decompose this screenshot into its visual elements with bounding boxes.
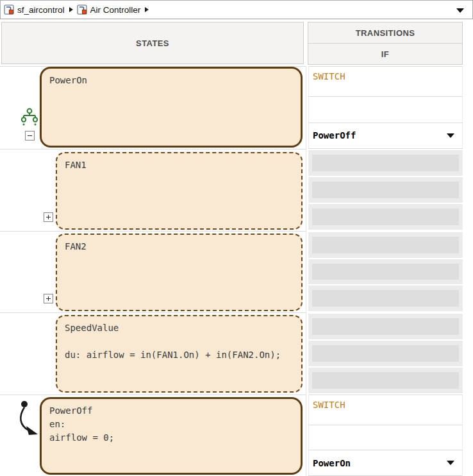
transitions-column-header: TRANSITIONS IF [308, 22, 463, 65]
state-actions: en: airflow = 0; [49, 418, 293, 445]
row-divider [0, 312, 306, 313]
expand-plus-icon[interactable] [44, 294, 53, 303]
disabled-transition-cell [308, 285, 463, 311]
disabled-transition-cell [308, 314, 463, 339]
state-box-poweron[interactable]: PowerOn [40, 67, 303, 148]
dropdown-arrow-icon[interactable] [447, 133, 454, 138]
disabled-transition-cell [308, 204, 463, 230]
state-name: PowerOff [49, 404, 293, 418]
row-divider [0, 149, 306, 149]
disabled-transition-cell [308, 232, 463, 258]
state-box-speedvalue[interactable]: SpeedValue du: airflow = in(FAN1.On) + i… [56, 315, 303, 393]
disabled-field [312, 318, 459, 335]
default-transition-arrow-icon [12, 398, 41, 438]
disabled-field [312, 372, 459, 389]
transition-row-speedvalue [308, 312, 463, 395]
transition-condition-cell[interactable]: SWITCH [308, 66, 463, 97]
disabled-transition-cell [308, 177, 463, 203]
transition-row-fan2 [308, 231, 463, 312]
transition-destination-cell[interactable]: PowerOn [308, 450, 463, 476]
disabled-field [312, 345, 459, 362]
state-name: PowerOn [49, 74, 293, 87]
destination-label: PowerOff [313, 130, 356, 140]
transitions-header-label: TRANSITIONS [308, 22, 462, 44]
transition-action-cell[interactable] [308, 425, 463, 451]
state-name: SpeedValue [65, 321, 294, 335]
disabled-transition-cell [308, 368, 463, 393]
transition-row-fan1 [308, 149, 463, 231]
states-column-header: STATES [1, 22, 304, 64]
breadcrumb-bar: sf_aircontrol Air Controller [0, 0, 473, 19]
hierarchy-icon [21, 108, 38, 129]
stateflow-chart-icon [4, 4, 14, 15]
state-name: FAN2 [65, 240, 294, 253]
disabled-transition-cell [308, 259, 463, 285]
disabled-field [312, 290, 459, 307]
row-divider [0, 231, 306, 232]
transition-destination-cell[interactable]: PowerOff [308, 123, 463, 149]
state-actions: du: airflow = in(FAN1.On) + in(FAN2.On); [65, 348, 294, 362]
state-box-fan1[interactable]: FAN1 [56, 152, 303, 230]
column-divider [306, 66, 306, 476]
breadcrumb-item-model[interactable]: sf_aircontrol [4, 4, 65, 15]
disabled-field [312, 155, 459, 171]
disabled-field [312, 208, 459, 225]
breadcrumb-label[interactable]: Air Controller [90, 5, 141, 15]
transition-row-poweron: SWITCH PowerOff [308, 66, 463, 149]
state-transition-table-window: sf_aircontrol Air Controller STATES TRAN… [0, 0, 473, 476]
disabled-field [312, 264, 459, 280]
dropdown-arrow-icon[interactable] [447, 461, 454, 465]
chevron-right-icon [145, 7, 149, 12]
breadcrumb-item-chart[interactable]: Air Controller [77, 4, 141, 15]
dropdown-arrow-icon[interactable] [456, 8, 464, 13]
transition-row-poweroff: SWITCH PowerOn [308, 395, 463, 476]
collapse-minus-icon[interactable] [25, 131, 35, 140]
state-box-poweroff[interactable]: PowerOff en: airflow = 0; [40, 397, 303, 475]
breadcrumb-label[interactable]: sf_aircontrol [17, 5, 65, 15]
state-name: FAN1 [65, 158, 294, 172]
row-divider [0, 395, 306, 395]
transition-condition-cell[interactable]: SWITCH [308, 395, 463, 425]
expand-plus-icon[interactable] [44, 212, 53, 222]
disabled-field [312, 237, 459, 253]
disabled-transition-cell [308, 341, 463, 366]
chevron-right-icon [69, 7, 73, 12]
if-header-label: IF [308, 44, 462, 64]
stateflow-chart-icon [77, 4, 87, 15]
destination-label: PowerOn [313, 458, 351, 468]
transition-action-cell[interactable] [308, 97, 463, 123]
disabled-transition-cell [308, 150, 463, 176]
disabled-field [312, 182, 459, 198]
state-box-fan2[interactable]: FAN2 [56, 234, 303, 311]
